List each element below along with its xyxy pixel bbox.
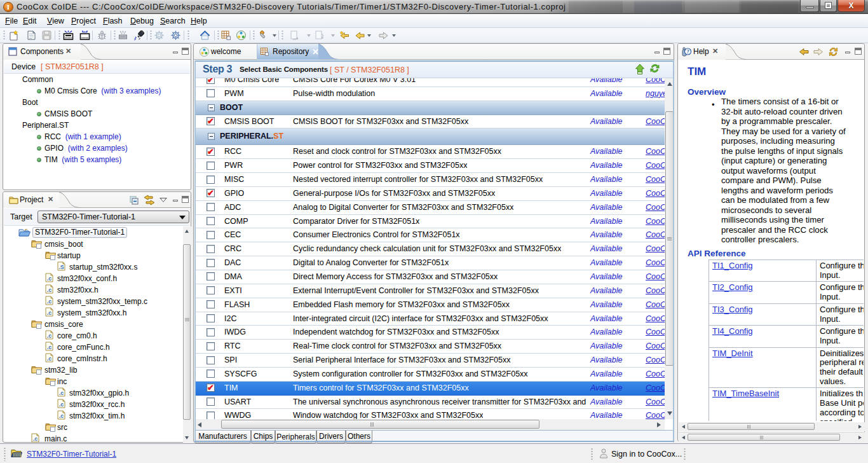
svg-text:.c: .c xyxy=(59,413,64,419)
svg-text:.c: .c xyxy=(33,436,38,442)
svg-text:.c: .c xyxy=(47,333,52,339)
svg-text:.c: .c xyxy=(47,287,52,293)
svg-text:.c: .c xyxy=(59,401,64,408)
svg-text:.c: .c xyxy=(47,275,52,282)
svg-text:.S: .S xyxy=(58,264,64,270)
svg-text:.c: .c xyxy=(47,356,52,362)
svg-text:.c: .c xyxy=(59,390,64,396)
svg-text:?: ? xyxy=(686,48,689,55)
svg-text:.c: .c xyxy=(47,344,52,350)
svg-text:.c: .c xyxy=(47,310,52,316)
svg-text:.c: .c xyxy=(47,298,52,305)
